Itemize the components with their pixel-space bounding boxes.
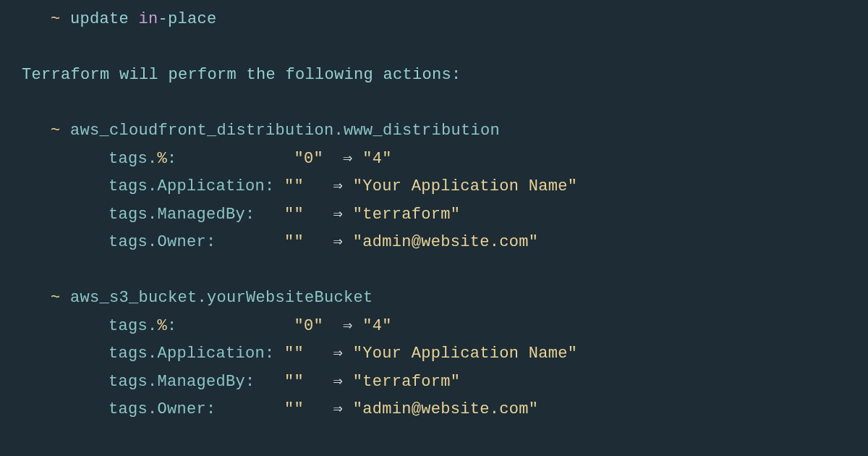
change-arrow: ⇒	[333, 233, 344, 251]
resource-address: aws_cloudfront_distribution.www_distribu…	[61, 122, 501, 140]
change-symbol: %	[158, 317, 168, 335]
change-gap	[304, 233, 333, 251]
change-colon: :	[206, 400, 284, 418]
change-new: "Your Application Name"	[353, 345, 578, 363]
legend-place-text: -place	[158, 10, 217, 28]
resource-tilde: ~	[51, 289, 61, 307]
change-new: "4"	[362, 150, 392, 168]
change-old: ""	[284, 345, 304, 363]
change-old: ""	[284, 400, 304, 418]
change-line: tags.Owner: "" ⇒ "admin@website.com"	[22, 229, 846, 257]
resource-header: ~ aws_cloudfront_distribution.www_distri…	[22, 117, 846, 145]
blank-line	[22, 90, 846, 118]
change-symbol: %	[158, 150, 168, 168]
legend-update-text: update	[61, 10, 139, 28]
terminal-output: ~ update in-place Terraform will perform…	[22, 6, 846, 424]
change-line: tags.Application: "" ⇒ "Your Application…	[22, 173, 846, 201]
change-gap	[304, 345, 333, 363]
change-arrow: ⇒	[343, 150, 353, 168]
change-old: ""	[284, 206, 304, 224]
change-arrow: ⇒	[343, 317, 353, 335]
change-new: "Your Application Name"	[353, 177, 578, 195]
change-arrow: ⇒	[333, 400, 344, 418]
resource-header: ~ aws_s3_bucket.yourWebsiteBucket	[22, 284, 846, 313]
change-line: tags.ManagedBy: "" ⇒ "terraform"	[22, 368, 846, 397]
change-line: tags.Application: "" ⇒ "Your Application…	[22, 340, 846, 368]
legend-keyword-in: in	[139, 10, 158, 28]
change-key: tags.Application	[109, 177, 265, 195]
change-arrow: ⇒	[333, 373, 344, 391]
change-line: tags.%: "0" ⇒ "4"	[22, 313, 846, 341]
change-new: "admin@website.com"	[353, 233, 539, 251]
change-line: tags.ManagedBy: "" ⇒ "terraform"	[22, 201, 846, 229]
change-colon: :	[265, 345, 284, 363]
change-gap	[304, 177, 333, 195]
legend-update-in-place: ~ update in-place	[22, 6, 846, 34]
intro-line: Terraform will perform the following act…	[22, 62, 846, 90]
change-new: "terraform"	[353, 206, 461, 224]
change-key: tags.ManagedBy	[109, 206, 245, 224]
change-colon: :	[245, 373, 284, 391]
change-key: tags.ManagedBy	[109, 373, 245, 391]
change-colon: :	[167, 150, 294, 168]
change-gap	[304, 206, 333, 224]
change-key: tags.Owner	[109, 400, 206, 418]
change-old: "0"	[294, 150, 324, 168]
change-old: ""	[284, 233, 304, 251]
resource-address: aws_s3_bucket.yourWebsiteBucket	[61, 289, 373, 307]
change-line: tags.%: "0" ⇒ "4"	[22, 145, 846, 174]
blank-line	[22, 34, 846, 62]
change-old: ""	[284, 373, 304, 391]
resource-tilde: ~	[51, 122, 61, 140]
blank-line	[22, 257, 846, 285]
change-arrow: ⇒	[333, 177, 344, 195]
change-key: tags.Application	[109, 345, 265, 363]
change-key: tags.	[109, 317, 158, 335]
change-line: tags.Owner: "" ⇒ "admin@website.com"	[22, 396, 846, 424]
change-colon: :	[167, 317, 294, 335]
change-gap	[323, 150, 343, 168]
change-colon: :	[265, 177, 284, 195]
change-gap	[323, 317, 343, 335]
change-arrow: ⇒	[333, 206, 344, 224]
change-gap	[304, 400, 333, 418]
change-key: tags.	[109, 150, 158, 168]
change-arrow: ⇒	[333, 345, 344, 363]
change-new: "4"	[362, 317, 392, 335]
change-new: "admin@website.com"	[353, 400, 539, 418]
change-old: "0"	[294, 317, 324, 335]
legend-tilde: ~	[51, 10, 61, 28]
change-gap	[304, 373, 333, 391]
change-colon: :	[206, 233, 284, 251]
change-key: tags.Owner	[109, 233, 206, 251]
change-new: "terraform"	[353, 373, 461, 391]
change-colon: :	[245, 206, 284, 224]
change-old: ""	[284, 177, 304, 195]
